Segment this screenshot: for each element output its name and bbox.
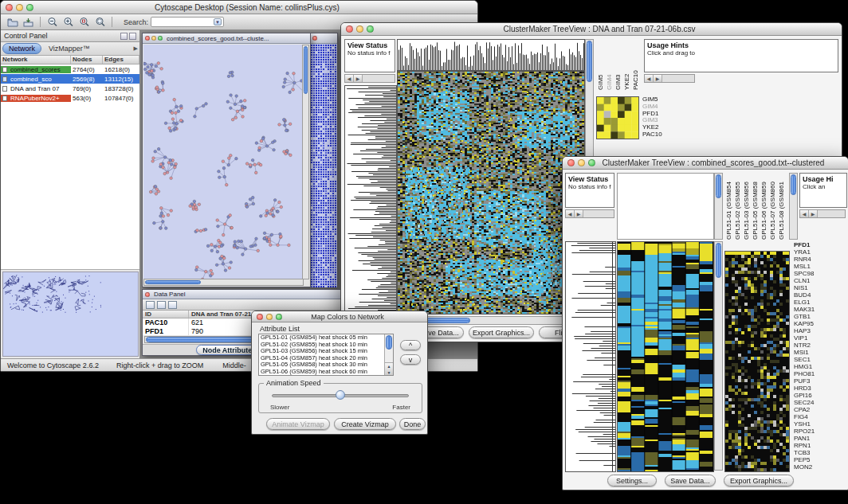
zoom-button[interactable] [276,314,282,320]
array-label[interactable]: GIM5 [596,39,605,90]
gene-label[interactable]: NTR2 [794,342,846,349]
close-button[interactable] [567,159,575,166]
gene-label[interactable]: SEC24 [794,399,846,406]
gene-label[interactable]: HAP3 [794,327,846,334]
close-button[interactable] [257,314,263,320]
minimize-button[interactable] [356,25,363,33]
gene-label[interactable]: NIS1 [794,284,846,291]
gene-label[interactable]: YSH1 [794,420,846,428]
zoom-icon[interactable] [158,36,163,41]
close-icon[interactable] [145,36,150,41]
speed-slider-thumb[interactable] [336,390,345,400]
zoom-fit-button[interactable] [93,16,107,29]
zoom-in-button[interactable] [61,16,75,29]
gene-label[interactable]: KAP95 [794,320,846,327]
gene-dendrogram[interactable] [344,85,397,315]
export-graphics-button[interactable]: Export Graphics... [724,475,794,486]
gene-label[interactable]: FIG4 [794,413,846,420]
save-data-button[interactable]: Save Data... [665,475,716,486]
dialog-titlebar[interactable]: Map Colors to Network [252,311,427,322]
done-button[interactable]: Done [399,418,426,430]
select-attributes-icon[interactable] [146,301,155,309]
column-label[interactable]: GPL51-07 (GSM860 [768,173,777,240]
network-canvas-2[interactable] [310,44,337,287]
array-label[interactable]: GIM3 [614,39,622,90]
gene-label[interactable]: HRD3 [794,385,846,392]
network-canvas[interactable] [143,45,304,279]
attribute-list-item[interactable]: GPL51-06 (GSM859) heat shock 60 min [259,369,393,376]
gene-label[interactable]: PUF3 [794,377,846,385]
gene-label[interactable]: MON2 [794,463,846,471]
gene-label[interactable]: HMG1 [794,363,846,370]
network-row[interactable]: combined_scores 2764(0) 16218(0) [1,64,139,74]
attribute-listbox[interactable]: GPL51-01 (GSM854) heat shock 05 minGPL51… [258,334,394,376]
tab-network[interactable]: Network [2,43,41,54]
column-label[interactable]: GPL51-05 (GSM858 [751,173,760,240]
close-icon[interactable] [145,292,150,297]
secondary-heatmap[interactable] [724,251,790,472]
gene-label[interactable]: CLN1 [794,277,846,284]
gene-label[interactable]: ELG1 [794,299,846,306]
array-label[interactable]: GIM4 [605,39,614,90]
gene-label[interactable]: PFD1 [794,241,846,248]
minimize-icon[interactable] [151,36,156,41]
tab-vizmapper[interactable]: VizMapper™ [43,44,96,53]
gene-label[interactable]: SEC1 [794,356,846,363]
gene-label[interactable]: BUD4 [794,291,846,299]
search-input[interactable]: ▼ [151,17,224,27]
gene-label[interactable]: PHO81 [794,370,846,377]
network-table-header[interactable]: Network Nodes Edges [1,56,139,64]
array-label[interactable]: PAC10 [631,39,640,90]
network-row[interactable]: RNAPuberNov2+ 563(0) 107847(0) [1,93,139,103]
array-dendrogram[interactable] [397,39,585,71]
main-titlebar[interactable]: Cytoscape Desktop (Session Name: collins… [1,1,477,14]
gene-label[interactable]: GPI16 [794,392,846,399]
gene-dendrogram[interactable] [565,241,616,472]
horizontal-scrollbar[interactable]: ◀▶ [565,209,614,218]
gene-label[interactable]: MAK31 [794,306,846,313]
open-session-button[interactable] [6,16,19,29]
expression-heatmap[interactable] [397,71,585,315]
array-label[interactable]: YKE2 [622,39,631,90]
gene-label[interactable]: MSL1 [794,263,846,270]
gene-label[interactable]: RPN1 [794,442,846,449]
minimize-button[interactable] [266,314,273,320]
data-panel-titlebar[interactable]: Data Panel [143,290,342,299]
network-view-titlebar[interactable]: combined_scores_good.txt--cluste... [143,33,310,44]
gene-label[interactable]: YRA1 [794,248,846,256]
vertical-scrollbar[interactable] [714,241,723,471]
zoom-out-button[interactable] [45,16,59,29]
zoom-selected-button[interactable] [77,16,91,29]
zoom-button[interactable] [367,25,374,33]
network-row[interactable]: DNA and Tran 07 769(0) 183728(0) [1,84,139,93]
horizontal-scrollbar[interactable] [143,279,304,286]
gene-label[interactable]: PAN1 [794,435,846,442]
tab-overflow-icon[interactable]: ▶ [134,45,138,52]
import-network-button[interactable] [22,16,35,29]
column-label[interactable]: GPL51-02 (GSM855 [733,173,742,240]
gene-label[interactable]: RPO21 [794,428,846,435]
zoom-button[interactable] [26,4,33,11]
column-label[interactable]: GPL51-08 (GSM861 [777,173,786,240]
horizontal-scrollbar[interactable]: ◀▶ [644,74,695,83]
settings-button[interactable]: Settings... [607,475,657,486]
birdseye-view[interactable] [2,272,139,357]
correlation-matrix[interactable] [596,96,639,139]
gene-label[interactable]: CPA2 [794,406,846,413]
attribute-matrix-icon[interactable] [168,301,177,309]
expression-heatmap[interactable] [617,241,714,472]
gene-label[interactable]: PEP5 [794,456,846,463]
close-panel-icon[interactable] [129,33,136,40]
column-label[interactable]: GPL51-01 (GSM854 [724,173,733,240]
minimize-button[interactable] [578,159,585,166]
gene-label[interactable]: VIP1 [794,334,846,342]
horizontal-scrollbar[interactable]: ◀▶ [799,209,846,218]
gene-label[interactable]: SPC98 [794,270,846,277]
minimize-button[interactable] [16,4,23,11]
close-button[interactable] [346,25,353,33]
vertical-scrollbar[interactable] [789,173,798,240]
network-view-window-2[interactable] [309,33,338,287]
network-tree-area[interactable] [1,103,139,269]
column-label[interactable]: GPL51-06 (GSM859 [760,173,768,240]
move-down-button[interactable]: v [400,354,421,365]
